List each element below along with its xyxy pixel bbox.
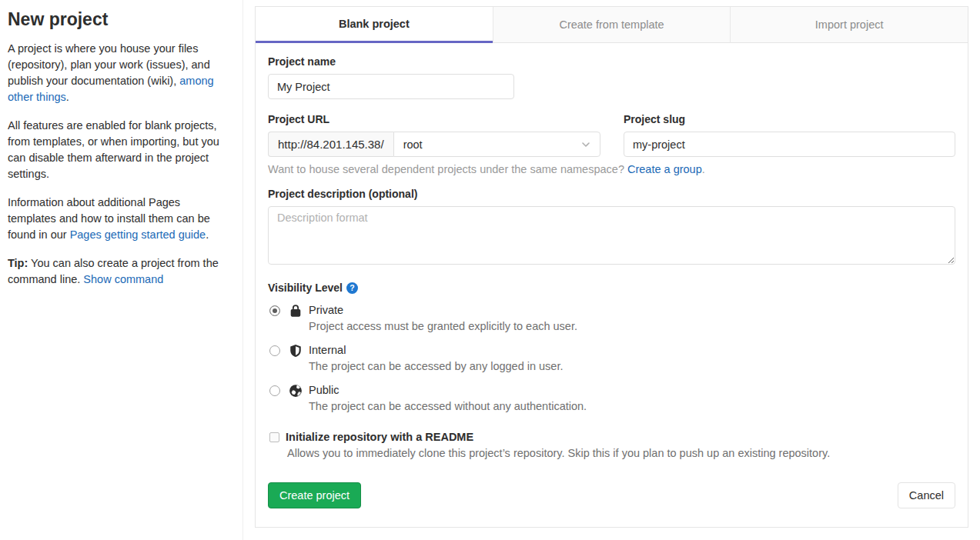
tab-blank-project[interactable]: Blank project xyxy=(256,7,493,43)
tab-create-from-template[interactable]: Create from template xyxy=(493,7,731,43)
visibility-radio[interactable] xyxy=(269,345,280,356)
url-slug-row: Project URL http://84.201.145.38/ root P… xyxy=(268,113,955,157)
visibility-block: Visibility Level ? Private Project acces… xyxy=(268,282,955,414)
readme-desc: Allows you to immediately clone this pro… xyxy=(287,447,955,459)
visibility-option-texts: Public The project can be accessed witho… xyxy=(309,383,587,414)
visibility-radio[interactable] xyxy=(269,305,280,316)
description-block: Project description (optional) xyxy=(268,188,955,268)
project-slug-group: Project slug xyxy=(624,113,955,157)
url-prefix-addon: http://84.201.145.38/ xyxy=(268,132,393,157)
pages-paragraph: Information about additional Pages templ… xyxy=(8,195,229,243)
namespace-help-text: Want to house several dependent projects… xyxy=(268,163,955,175)
help-question-icon[interactable]: ? xyxy=(346,282,358,294)
pages-guide-link[interactable]: Pages getting started guide xyxy=(70,228,206,241)
visibility-option-desc: The project can be accessed without any … xyxy=(309,399,587,414)
blank-project-form: Project name Project URL http://84.201.1… xyxy=(256,43,968,521)
readme-block: Initialize repository with a README Allo… xyxy=(268,431,955,459)
cancel-button[interactable]: Cancel xyxy=(898,482,955,508)
description-label: Project description (optional) xyxy=(268,188,955,200)
visibility-option-desc: The project can be accessed by any logge… xyxy=(309,359,563,374)
lock-icon xyxy=(289,304,303,318)
shield-icon xyxy=(289,344,303,358)
tab-bar: Blank project Create from template Impor… xyxy=(256,7,968,43)
description-textarea[interactable] xyxy=(268,206,955,265)
tip-paragraph: Tip: You can also create a project from … xyxy=(8,255,229,288)
namespace-help-pre: Want to house several dependent projects… xyxy=(268,163,627,175)
visibility-option-internal: Internal The project can be accessed by … xyxy=(268,343,955,374)
readme-row: Initialize repository with a README xyxy=(268,431,955,443)
namespace-selected-value: root xyxy=(403,138,423,151)
visibility-option-name[interactable]: Internal xyxy=(309,343,563,358)
visibility-option-texts: Internal The project can be accessed by … xyxy=(309,343,563,374)
globe-icon xyxy=(289,384,303,398)
project-name-input[interactable] xyxy=(268,74,514,99)
create-project-button[interactable]: Create project xyxy=(268,482,361,508)
visibility-label: Visibility Level ? xyxy=(268,282,955,294)
intro-paragraph: A project is where you house your files … xyxy=(8,41,229,105)
project-slug-label: Project slug xyxy=(624,113,955,125)
chevron-down-icon xyxy=(581,140,590,149)
visibility-radio[interactable] xyxy=(269,385,280,396)
page-title: New project xyxy=(8,9,229,30)
visibility-option-public: Public The project can be accessed witho… xyxy=(268,383,955,414)
features-paragraph: All features are enabled for blank proje… xyxy=(8,118,229,182)
project-name-label: Project name xyxy=(268,55,955,68)
intro-text-end: . xyxy=(66,91,69,103)
readme-checkbox[interactable] xyxy=(269,432,279,442)
namespace-help-post: . xyxy=(702,163,705,175)
project-url-label: Project URL xyxy=(268,113,600,125)
readme-label[interactable]: Initialize repository with a README xyxy=(286,431,473,443)
tip-label: Tip: xyxy=(8,257,28,269)
sidebar: New project A project is where you house… xyxy=(0,0,243,540)
pages-text-end: . xyxy=(206,228,209,241)
show-command-link[interactable]: Show command xyxy=(83,273,163,285)
namespace-select[interactable]: root xyxy=(393,132,600,157)
create-group-link[interactable]: Create a group xyxy=(627,163,702,175)
new-project-panel: Blank project Create from template Impor… xyxy=(255,6,968,528)
visibility-option-name[interactable]: Private xyxy=(309,303,577,318)
tab-import-project[interactable]: Import project xyxy=(730,7,968,43)
project-url-group: Project URL http://84.201.145.38/ root xyxy=(268,113,600,157)
form-footer: Create project Cancel xyxy=(268,482,955,508)
project-slug-input[interactable] xyxy=(624,132,955,157)
visibility-option-name[interactable]: Public xyxy=(309,383,587,398)
page: New project A project is where you house… xyxy=(0,0,980,540)
visibility-option-texts: Private Project access must be granted e… xyxy=(309,303,577,334)
project-url-input-group: http://84.201.145.38/ root xyxy=(268,132,600,157)
visibility-label-text: Visibility Level xyxy=(268,282,343,294)
visibility-option-desc: Project access must be granted explicitl… xyxy=(309,319,577,334)
visibility-option-private: Private Project access must be granted e… xyxy=(268,303,955,334)
